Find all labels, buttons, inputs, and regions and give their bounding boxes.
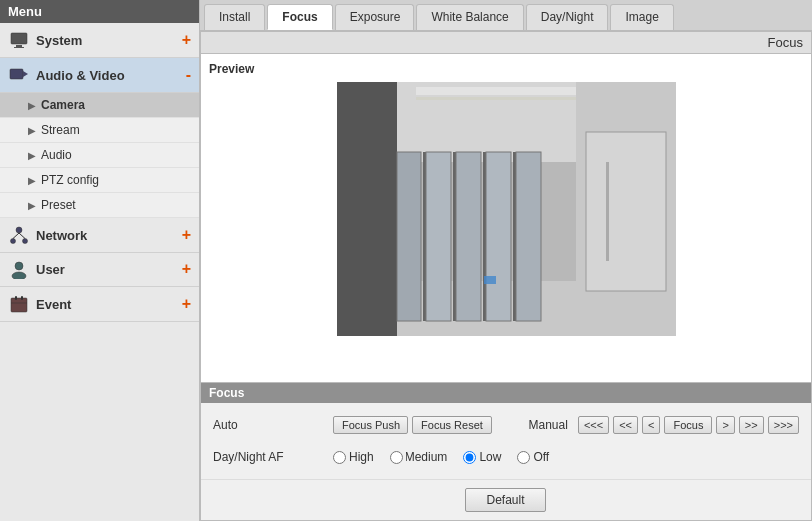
svg-rect-20 xyxy=(337,82,397,336)
day-night-radio-group: High Medium Low xyxy=(333,450,549,464)
audio-arrow: ▶ xyxy=(28,150,36,161)
day-night-af-row: Day/Night AF High Medium xyxy=(213,441,799,473)
sidebar-item-event[interactable]: Event + xyxy=(0,287,199,322)
user-icon xyxy=(8,259,30,280)
svg-line-8 xyxy=(13,233,19,239)
sidebar: Menu System + Audio & Video - xyxy=(0,0,200,521)
sidebar-item-av[interactable]: Audio & Video - xyxy=(0,58,199,93)
sidebar-item-stream[interactable]: ▶ Stream xyxy=(0,118,199,143)
svg-rect-0 xyxy=(11,33,27,44)
audio-label: Audio xyxy=(41,148,72,162)
svg-rect-33 xyxy=(416,87,576,95)
sidebar-item-network-toggle: + xyxy=(182,226,191,244)
sidebar-item-ptz-config[interactable]: ▶ PTZ config xyxy=(0,168,199,193)
nav-btn-right1[interactable]: > xyxy=(716,416,734,434)
sidebar-item-av-label: Audio & Video xyxy=(36,68,186,83)
svg-marker-4 xyxy=(23,71,28,77)
content-area: Focus Preview xyxy=(200,31,812,521)
preview-section: Preview xyxy=(201,54,811,382)
tab-white-balance[interactable]: White Balance xyxy=(416,4,523,30)
manual-label: Manual xyxy=(529,418,568,432)
event-icon xyxy=(8,293,30,315)
nav-btn-left2[interactable]: << xyxy=(613,416,638,434)
sidebar-item-user-toggle: + xyxy=(182,260,191,278)
focus-reset-button[interactable]: Focus Reset xyxy=(412,416,492,434)
page-title: Focus xyxy=(768,35,803,50)
focus-controls: Auto Focus Push Focus Reset Manual <<< <… xyxy=(201,403,811,479)
focus-section: Focus Auto Focus Push Focus Reset Manual… xyxy=(201,382,811,520)
radio-off-label: Off xyxy=(533,450,549,464)
radio-off-input[interactable] xyxy=(517,451,530,464)
auto-buttons: Focus Push Focus Reset xyxy=(333,416,492,434)
ptz-label: PTZ config xyxy=(41,173,99,187)
svg-rect-29 xyxy=(516,152,541,321)
sidebar-item-preset[interactable]: ▶ Preset xyxy=(0,193,199,218)
sidebar-item-system-label: System xyxy=(36,33,182,48)
radio-high-label: High xyxy=(349,450,374,464)
preset-arrow: ▶ xyxy=(28,200,36,211)
nav-btn-far-right[interactable]: >>> xyxy=(768,416,799,434)
manual-controls: Manual <<< << < Focus > >> >>> xyxy=(529,416,799,434)
svg-point-10 xyxy=(15,262,23,270)
main-content: Install Focus Exposure White Balance Day… xyxy=(200,0,812,521)
radio-low[interactable]: Low xyxy=(463,450,501,464)
default-button[interactable]: Default xyxy=(465,488,545,512)
svg-rect-32 xyxy=(606,162,609,261)
svg-point-7 xyxy=(23,239,28,244)
sidebar-item-system-toggle: + xyxy=(182,31,191,49)
preview-label: Preview xyxy=(209,62,803,76)
sidebar-item-network[interactable]: Network + xyxy=(0,218,199,253)
av-icon xyxy=(8,64,30,86)
focus-push-button[interactable]: Focus Push xyxy=(333,416,408,434)
sidebar-item-user[interactable]: User + xyxy=(0,253,199,287)
sidebar-item-event-label: Event xyxy=(36,297,182,312)
system-icon xyxy=(8,29,30,51)
svg-rect-21 xyxy=(397,152,421,321)
svg-point-11 xyxy=(12,272,26,279)
nav-btn-far-left[interactable]: <<< xyxy=(578,416,609,434)
ptz-arrow: ▶ xyxy=(28,175,36,186)
svg-rect-3 xyxy=(10,69,23,79)
svg-rect-34 xyxy=(416,97,576,100)
sidebar-item-av-toggle: - xyxy=(186,66,191,84)
tab-install[interactable]: Install xyxy=(204,4,265,30)
stream-label: Stream xyxy=(41,123,80,137)
auto-control-row: Auto Focus Push Focus Reset Manual <<< <… xyxy=(213,409,799,441)
radio-low-label: Low xyxy=(479,450,501,464)
nav-btn-left1[interactable]: < xyxy=(642,416,660,434)
radio-high-input[interactable] xyxy=(333,451,346,464)
svg-point-5 xyxy=(16,227,22,233)
svg-rect-23 xyxy=(426,152,451,321)
radio-off[interactable]: Off xyxy=(517,450,549,464)
tab-bar: Install Focus Exposure White Balance Day… xyxy=(200,0,812,31)
sidebar-item-audio[interactable]: ▶ Audio xyxy=(0,143,199,168)
tab-exposure[interactable]: Exposure xyxy=(335,4,415,30)
sidebar-item-camera[interactable]: ▶ Camera xyxy=(0,93,199,118)
svg-rect-35 xyxy=(484,276,496,284)
stream-arrow: ▶ xyxy=(28,125,36,136)
nav-btn-right2[interactable]: >> xyxy=(739,416,764,434)
svg-rect-12 xyxy=(11,298,27,312)
preview-image xyxy=(337,82,676,336)
tab-day-night[interactable]: Day/Night xyxy=(526,4,609,30)
svg-rect-25 xyxy=(456,152,481,321)
svg-line-9 xyxy=(19,233,25,239)
content-header: Focus xyxy=(201,32,811,54)
focus-center-button[interactable]: Focus xyxy=(664,416,712,434)
sidebar-item-user-label: User xyxy=(36,262,182,277)
radio-high[interactable]: High xyxy=(333,450,374,464)
svg-rect-2 xyxy=(14,47,24,48)
svg-point-6 xyxy=(11,239,16,244)
radio-medium-input[interactable] xyxy=(390,451,403,464)
sidebar-item-event-toggle: + xyxy=(182,295,191,313)
camera-label: Camera xyxy=(41,98,85,112)
focus-section-header: Focus xyxy=(201,383,811,403)
sidebar-item-system[interactable]: System + xyxy=(0,23,199,58)
sidebar-header: Menu xyxy=(0,0,199,23)
radio-medium-label: Medium xyxy=(406,450,448,464)
camera-arrow: ▶ xyxy=(28,100,36,111)
tab-focus[interactable]: Focus xyxy=(267,4,332,30)
radio-medium[interactable]: Medium xyxy=(390,450,448,464)
tab-image[interactable]: Image xyxy=(610,4,673,30)
radio-low-input[interactable] xyxy=(463,451,476,464)
